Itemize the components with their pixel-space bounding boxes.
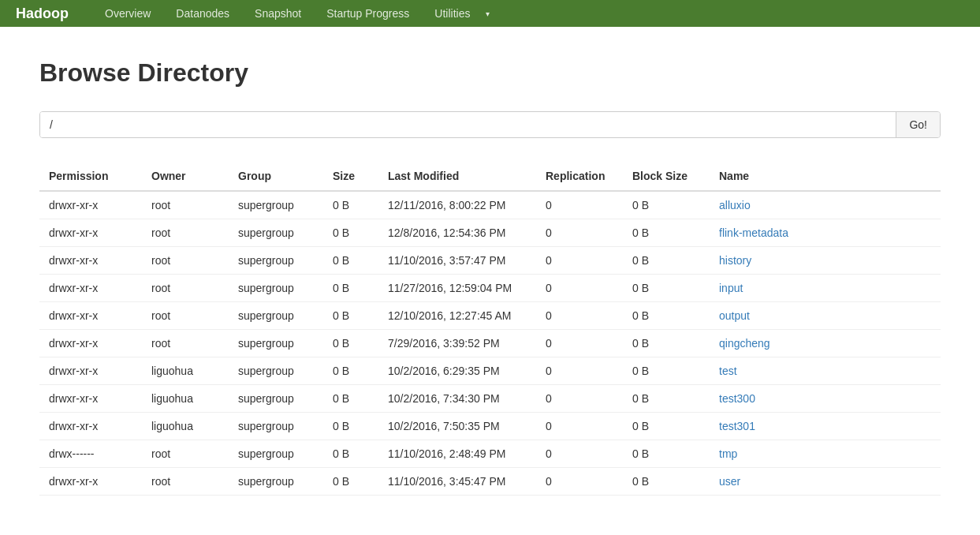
cell-modified: 11/27/2016, 12:59:04 PM <box>378 275 536 302</box>
cell-name[interactable]: test <box>710 357 941 385</box>
col-header-owner: Owner <box>142 162 229 191</box>
cell-name[interactable]: test301 <box>710 413 941 440</box>
cell-permission: drwxr-xr-x <box>39 385 142 413</box>
cell-modified: 11/10/2016, 3:57:47 PM <box>378 247 536 275</box>
nav-link-utilities[interactable]: Utilities <box>422 1 483 26</box>
cell-replication: 0 <box>536 385 623 413</box>
cell-permission: drwxr-xr-x <box>39 275 142 302</box>
cell-name[interactable]: user <box>710 468 941 496</box>
cell-modified: 10/2/2016, 7:34:30 PM <box>378 385 536 413</box>
cell-permission: drwx------ <box>39 440 142 468</box>
cell-owner: liguohua <box>142 357 229 385</box>
nav-item-overview[interactable]: Overview <box>92 1 163 26</box>
dir-link-flink-metadata[interactable]: flink-metadata <box>719 226 788 239</box>
page-title: Browse Directory <box>39 58 941 88</box>
cell-permission: drwxr-xr-x <box>39 302 142 330</box>
cell-modified: 11/10/2016, 3:45:47 PM <box>378 468 536 496</box>
cell-size: 0 B <box>323 219 378 247</box>
cell-owner: root <box>142 275 229 302</box>
cell-name[interactable]: alluxio <box>710 191 941 219</box>
cell-replication: 0 <box>536 191 623 219</box>
cell-blocksize: 0 B <box>623 191 710 219</box>
cell-blocksize: 0 B <box>623 275 710 302</box>
cell-owner: root <box>142 219 229 247</box>
dir-link-output[interactable]: output <box>719 309 750 322</box>
cell-owner: root <box>142 330 229 357</box>
cell-replication: 0 <box>536 247 623 275</box>
cell-name[interactable]: history <box>710 247 941 275</box>
cell-replication: 0 <box>536 440 623 468</box>
cell-replication: 0 <box>536 468 623 496</box>
nav-link-snapshot[interactable]: Snapshot <box>242 1 314 26</box>
dir-link-tmp[interactable]: tmp <box>719 447 737 460</box>
cell-permission: drwxr-xr-x <box>39 219 142 247</box>
nav-link-datanodes[interactable]: Datanodes <box>163 1 242 26</box>
dir-link-input[interactable]: input <box>719 282 743 294</box>
cell-size: 0 B <box>323 413 378 440</box>
cell-blocksize: 0 B <box>623 413 710 440</box>
cell-size: 0 B <box>323 330 378 357</box>
cell-owner: root <box>142 302 229 330</box>
cell-replication: 0 <box>536 330 623 357</box>
cell-group: supergroup <box>229 440 323 468</box>
cell-size: 0 B <box>323 468 378 496</box>
cell-owner: liguohua <box>142 385 229 413</box>
table-row: drwxr-xr-x root supergroup 0 B 11/10/201… <box>39 247 941 275</box>
cell-blocksize: 0 B <box>623 247 710 275</box>
nav-item-utilities[interactable]: Utilities ▾ <box>422 1 490 26</box>
cell-blocksize: 0 B <box>623 440 710 468</box>
cell-blocksize: 0 B <box>623 385 710 413</box>
table-header-row: Permission Owner Group Size Last Modifie… <box>39 162 941 191</box>
cell-name[interactable]: input <box>710 275 941 302</box>
cell-permission: drwxr-xr-x <box>39 191 142 219</box>
dir-link-test[interactable]: test <box>719 365 737 377</box>
cell-blocksize: 0 B <box>623 219 710 247</box>
cell-size: 0 B <box>323 440 378 468</box>
table-row: drwxr-xr-x liguohua supergroup 0 B 10/2/… <box>39 357 941 385</box>
cell-name[interactable]: flink-metadata <box>710 219 941 247</box>
col-header-name: Name <box>710 162 941 191</box>
nav-item-datanodes[interactable]: Datanodes <box>163 1 242 26</box>
table-row: drwxr-xr-x liguohua supergroup 0 B 10/2/… <box>39 385 941 413</box>
table-row: drwxr-xr-x root supergroup 0 B 12/11/201… <box>39 191 941 219</box>
cell-size: 0 B <box>323 275 378 302</box>
search-input[interactable] <box>40 112 896 137</box>
nav-item-snapshot[interactable]: Snapshot <box>242 1 314 26</box>
cell-replication: 0 <box>536 302 623 330</box>
nav-link-startup-progress[interactable]: Startup Progress <box>314 1 422 26</box>
cell-size: 0 B <box>323 302 378 330</box>
table-row: drwxr-xr-x root supergroup 0 B 11/10/201… <box>39 468 941 496</box>
dir-link-history[interactable]: history <box>719 254 751 267</box>
dir-link-test300[interactable]: test300 <box>719 392 755 405</box>
col-header-group: Group <box>229 162 323 191</box>
cell-group: supergroup <box>229 468 323 496</box>
cell-group: supergroup <box>229 385 323 413</box>
cell-modified: 11/10/2016, 2:48:49 PM <box>378 440 536 468</box>
cell-owner: root <box>142 247 229 275</box>
cell-permission: drwxr-xr-x <box>39 247 142 275</box>
cell-name[interactable]: tmp <box>710 440 941 468</box>
dir-link-alluxio[interactable]: alluxio <box>719 199 751 211</box>
cell-size: 0 B <box>323 357 378 385</box>
cell-name[interactable]: output <box>710 302 941 330</box>
cell-owner: root <box>142 468 229 496</box>
dir-link-test301[interactable]: test301 <box>719 420 755 432</box>
nav-item-startup-progress[interactable]: Startup Progress <box>314 1 422 26</box>
col-header-blocksize: Block Size <box>623 162 710 191</box>
table-header: Permission Owner Group Size Last Modifie… <box>39 162 941 191</box>
cell-blocksize: 0 B <box>623 302 710 330</box>
cell-owner: root <box>142 440 229 468</box>
cell-name[interactable]: test300 <box>710 385 941 413</box>
dir-link-qingcheng[interactable]: qingcheng <box>719 337 770 350</box>
cell-permission: drwxr-xr-x <box>39 357 142 385</box>
cell-blocksize: 0 B <box>623 330 710 357</box>
dir-link-user[interactable]: user <box>719 475 740 488</box>
nav-link-overview[interactable]: Overview <box>92 1 163 26</box>
go-button[interactable]: Go! <box>896 112 940 137</box>
table-row: drwxr-xr-x liguohua supergroup 0 B 10/2/… <box>39 413 941 440</box>
cell-permission: drwxr-xr-x <box>39 330 142 357</box>
cell-group: supergroup <box>229 302 323 330</box>
cell-name[interactable]: qingcheng <box>710 330 941 357</box>
navbar-brand[interactable]: Hadoop <box>16 6 69 22</box>
cell-group: supergroup <box>229 413 323 440</box>
